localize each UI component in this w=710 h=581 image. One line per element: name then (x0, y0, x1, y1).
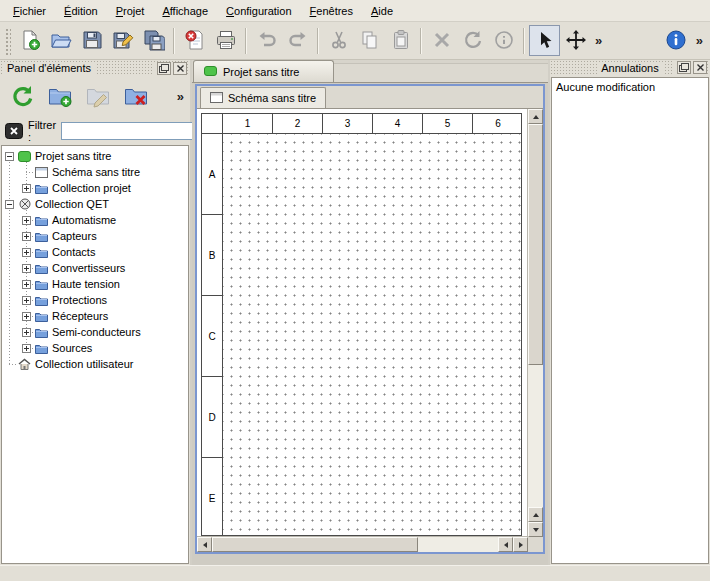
tree-item-haute-tension[interactable]: Haute tension (2, 276, 188, 292)
row-label: E (202, 458, 223, 536)
close-panel-button[interactable] (173, 62, 187, 75)
status-bar (0, 565, 710, 581)
new-document-button[interactable] (14, 25, 45, 56)
close-document-button[interactable] (179, 25, 210, 56)
help-toolbar-overflow-chevron[interactable]: » (692, 27, 707, 55)
tree-item-label: Automatisme (52, 214, 116, 226)
menu-fichier[interactable]: Fichier (4, 2, 55, 20)
reload-icon (9, 83, 35, 111)
expand-expander-icon[interactable] (22, 184, 31, 193)
collapse-expander-icon[interactable] (5, 200, 14, 209)
menu-projet[interactable]: Projet (107, 2, 154, 20)
cut-button[interactable] (323, 25, 354, 56)
tree-item-collection-projet[interactable]: Collection projet (2, 180, 188, 196)
scroll-left-button[interactable] (197, 537, 212, 552)
scroll-right-button[interactable] (513, 537, 528, 552)
expand-expander-icon[interactable] (22, 328, 31, 337)
menu-bar: Fichier Édition Projet Affichage Configu… (0, 0, 710, 22)
save-all-button[interactable] (138, 25, 169, 56)
help-about-button[interactable] (661, 25, 692, 56)
tree-item-sources[interactable]: Sources (2, 340, 188, 356)
expand-expander-icon[interactable] (22, 280, 31, 289)
vertical-scrollbar[interactable] (528, 109, 543, 537)
clear-filter-button[interactable] (5, 122, 23, 140)
open-document-button[interactable] (45, 25, 76, 56)
pointer-arrow-icon (535, 30, 555, 52)
menu-aide[interactable]: Aide (362, 2, 402, 20)
tree-item-project[interactable]: Projet sans titre (2, 148, 188, 164)
paste-button[interactable] (385, 25, 416, 56)
home-icon (17, 358, 32, 370)
schema-canvas[interactable]: 1 2 3 4 5 6 A B C (197, 109, 528, 537)
print-button[interactable] (210, 25, 241, 56)
tree-item-recepteurs[interactable]: Récepteurs (2, 308, 188, 324)
tree-item-automatisme[interactable]: Automatisme (2, 212, 188, 228)
arrow-down-icon (533, 528, 539, 532)
delete-button[interactable] (426, 25, 457, 56)
redo-button[interactable] (282, 25, 313, 56)
tree-item-protections[interactable]: Protections (2, 292, 188, 308)
collections-toolbar-overflow-chevron[interactable]: » (173, 83, 188, 111)
select-pointer-button[interactable] (529, 25, 560, 56)
menu-fenetres[interactable]: Fenêtres (301, 2, 362, 20)
toolbar-separator (523, 28, 525, 54)
vertical-scroll-thumb[interactable] (528, 124, 543, 365)
scroll-down-button[interactable] (528, 522, 543, 537)
scroll-left-button-2[interactable] (498, 537, 513, 552)
horizontal-scroll-track[interactable] (212, 537, 498, 552)
tab-schema-sans-titre[interactable]: Schéma sans titre (200, 87, 326, 108)
collapse-expander-icon[interactable] (5, 152, 14, 161)
scroll-up-button[interactable] (528, 109, 543, 124)
toolbar-drag-handle[interactable] (4, 27, 11, 55)
tree-item-label: Sources (52, 342, 92, 354)
tree-item-collection-utilisateur[interactable]: Collection utilisateur (2, 356, 188, 372)
main-toolbar: » » (0, 22, 710, 60)
undo-button[interactable] (251, 25, 282, 56)
menu-affichage[interactable]: Affichage (153, 2, 217, 20)
menu-configuration[interactable]: Configuration (217, 2, 300, 20)
project-tab-label: Projet sans titre (223, 66, 299, 78)
tree-item-capteurs[interactable]: Capteurs (2, 228, 188, 244)
edit-category-button[interactable] (82, 81, 114, 113)
horizontal-scroll-thumb[interactable] (212, 537, 418, 552)
tree-item-semi-conducteurs[interactable]: Semi-conducteurs (2, 324, 188, 340)
move-view-button[interactable] (560, 25, 591, 56)
float-panel-button[interactable] (677, 61, 691, 74)
copy-button[interactable] (354, 25, 385, 56)
help-info-icon (665, 29, 687, 53)
tree-item-convertisseurs[interactable]: Convertisseurs (2, 260, 188, 276)
tree-item-contacts[interactable]: Contacts (2, 244, 188, 260)
reload-collections-button[interactable] (6, 81, 38, 113)
elements-tree: Projet sans titre Schéma sans titre Coll… (1, 145, 189, 564)
save-button[interactable] (76, 25, 107, 56)
expand-expander-icon[interactable] (22, 248, 31, 257)
expand-expander-icon[interactable] (22, 232, 31, 241)
expand-expander-icon[interactable] (22, 312, 31, 321)
vertical-scroll-track[interactable] (528, 124, 543, 507)
horizontal-scrollbar[interactable] (197, 537, 528, 552)
scroll-up-button-2[interactable] (528, 507, 543, 522)
information-button[interactable] (488, 25, 519, 56)
save-as-button[interactable] (107, 25, 138, 56)
float-panel-button[interactable] (157, 62, 171, 75)
dot-grid[interactable] (223, 134, 521, 535)
expand-expander-icon[interactable] (22, 264, 31, 273)
new-category-button[interactable] (44, 81, 76, 113)
undo-history-list[interactable]: Aucune modification (551, 77, 709, 564)
row-label: C (202, 296, 223, 377)
tab-projet-sans-titre[interactable]: Projet sans titre (193, 60, 334, 82)
tree-item-collection-qet[interactable]: Collection QET (2, 196, 188, 212)
delete-category-button[interactable] (120, 81, 152, 113)
tree-item-schema[interactable]: Schéma sans titre (2, 164, 188, 180)
filter-input[interactable] (61, 122, 211, 140)
elements-panel-titlebar[interactable]: Panel d'éléments (0, 60, 190, 76)
close-panel-button[interactable] (693, 61, 707, 74)
expand-expander-icon[interactable] (22, 296, 31, 305)
folder-icon (34, 215, 49, 226)
toolbar-overflow-chevron[interactable]: » (591, 27, 606, 55)
menu-edition[interactable]: Édition (55, 2, 107, 20)
rotate-button[interactable] (457, 25, 488, 56)
expand-expander-icon[interactable] (22, 344, 31, 353)
expand-expander-icon[interactable] (22, 216, 31, 225)
undo-panel-titlebar[interactable]: Annulations (550, 60, 710, 76)
